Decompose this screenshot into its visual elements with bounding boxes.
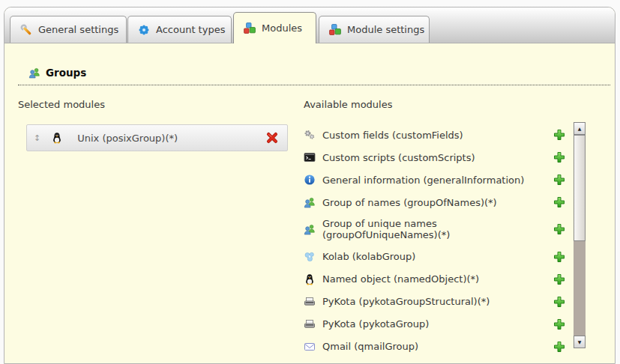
module-label: Named object (namedObject)(*) [322, 273, 479, 285]
add-module-button[interactable] [553, 295, 565, 308]
module-label: Custom fields (customFields) [322, 130, 463, 141]
group-icon [28, 67, 40, 79]
available-module-row: General information (generalInformation) [304, 173, 565, 186]
lam-configuration-screen: General settings Accoun [0, 0, 620, 364]
available-module-row: Group of unique names (groupOfUniqueName… [304, 218, 565, 241]
module-label: General information (generalInformation) [322, 175, 524, 186]
selected-modules-label: Selected modules [18, 99, 105, 110]
available-modules-label: Available modules [304, 99, 392, 110]
gear-icon [138, 24, 150, 36]
module-label: Custom scripts (customScripts) [322, 152, 475, 163]
scroll-down-icon: ▼ [578, 340, 582, 345]
module-label: Group of unique names (groupOfUniqueName… [322, 218, 469, 241]
available-module-row: Group of names (groupOfNames)(*) [304, 195, 565, 209]
module-label: Kolab (kolabGroup) [322, 251, 415, 262]
scroll-up-button[interactable]: ▲ [574, 122, 586, 135]
tab-bar: General settings Accoun [4, 7, 615, 43]
available-module-row: Custom fields (customFields) [304, 128, 565, 142]
tab-label: General settings [38, 24, 118, 35]
available-modules-scrollbar[interactable]: ▲ ▼ [574, 122, 586, 348]
scroll-up-icon: ▲ [578, 127, 582, 131]
add-module-button[interactable] [553, 273, 565, 285]
kolab-icon [304, 251, 316, 263]
add-module-button[interactable] [553, 223, 565, 236]
add-module-button[interactable] [553, 250, 565, 263]
available-module-row: Qmail (qmailGroup) [304, 340, 565, 354]
add-module-button[interactable] [553, 318, 565, 330]
add-module-button[interactable] [553, 129, 565, 142]
printer-icon [304, 296, 316, 308]
wrench-icon [20, 24, 32, 36]
info-icon [304, 174, 316, 186]
tab-label: Module settings [347, 24, 424, 35]
available-module-row: Kolab (kolabGroup) [304, 250, 565, 264]
module-label: Group of names (groupOfNames)(*) [322, 197, 497, 208]
tab-module-settings[interactable]: Module settings [319, 16, 430, 43]
add-module-button[interactable] [553, 151, 565, 164]
modules-icon [329, 24, 341, 36]
available-module-row: PyKota (pykotaGroupStructural)(*) [304, 295, 565, 309]
gears-icon [304, 129, 316, 141]
terminal-icon [304, 151, 316, 163]
group-icon [304, 223, 316, 235]
group-icon [304, 196, 316, 208]
tux-icon [304, 273, 316, 285]
add-module-button[interactable] [553, 196, 565, 209]
available-module-row: PyKota (pykotaGroup) [304, 318, 565, 331]
available-module-row: Custom scripts (customScripts) [304, 151, 565, 164]
module-label: PyKota (pykotaGroupStructural)(*) [322, 296, 490, 307]
config-panel: General settings Accoun [4, 7, 616, 364]
printer-icon [304, 318, 316, 330]
section-title: Groups [46, 67, 86, 79]
available-modules-list: Custom fields (customFields) Custom scri… [304, 128, 565, 354]
available-module-row: Named object (namedObject)(*) [304, 273, 565, 286]
module-label: Qmail (qmailGroup) [322, 341, 418, 352]
drag-handle-icon[interactable]: ↕ [34, 134, 40, 142]
scroll-down-button[interactable]: ▼ [574, 336, 586, 348]
add-module-button[interactable] [553, 174, 565, 186]
modules-icon [244, 22, 256, 34]
tux-icon [51, 132, 63, 144]
tab-label: Modules [262, 22, 302, 34]
selected-module-label: Unix (posixGroup)(*) [77, 133, 178, 144]
envelope-icon [304, 341, 316, 353]
tab-label: Account types [156, 24, 225, 35]
selected-module-row[interactable]: ↕ Unix (posixGroup)(*) [26, 124, 288, 151]
section-heading: Groups [18, 67, 610, 85]
remove-module-button[interactable] [265, 132, 278, 145]
tab-account-types[interactable]: Account types [127, 16, 232, 43]
tab-general-settings[interactable]: General settings [10, 16, 127, 43]
tab-modules[interactable]: Modules [233, 12, 316, 43]
add-module-button[interactable] [553, 340, 565, 353]
module-label: PyKota (pykotaGroup) [322, 318, 429, 330]
scrollbar-thumb[interactable] [574, 135, 586, 241]
